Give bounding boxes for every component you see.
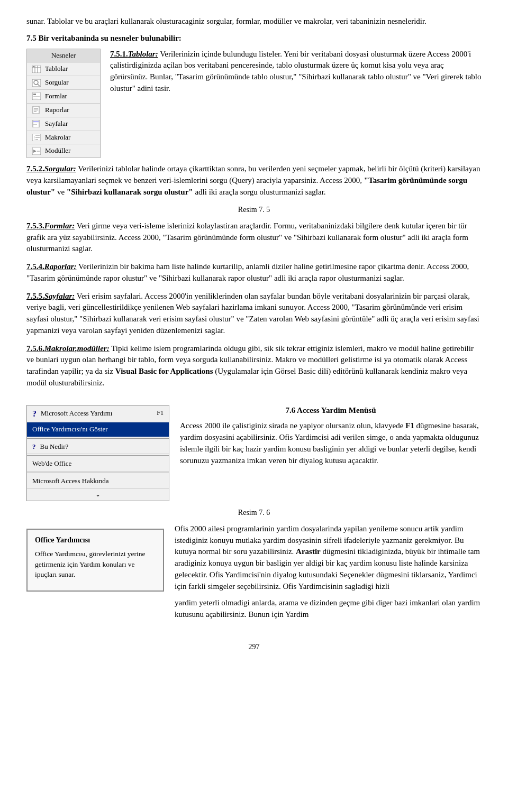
sidebar-item-tablolar[interactable]: Tablolar (27, 62, 100, 76)
subsection-752-content: Verilerinizi tablolar halinde ortaya çik… (26, 164, 480, 196)
help-menu-separator-2 (27, 455, 169, 456)
help-menu-item-about[interactable]: Microsoft Access Hakkında (27, 474, 169, 489)
help-item-label-5: Microsoft Access Hakkında (32, 476, 108, 486)
help-item-label-3: Bu Nedir? (40, 442, 69, 452)
sidebar-item-moduller[interactable]: Modüller (27, 144, 100, 158)
sidebar-makrolar-label: Makrolar (45, 133, 70, 143)
page-number: 297 (26, 642, 482, 652)
subsection-755-label: 7.5.5.Sayfalar: (26, 292, 75, 300)
svg-rect-18 (33, 123, 39, 123)
subsection-751-text: 7.5.1.Tablolar: Verilerinizin içinde bul… (110, 49, 482, 95)
section-76-text1: Access 2000 ile çalistiginiz sirada ne y… (180, 421, 405, 430)
bottom-para1: Ofis 2000 ailesi programlarinin yardim d… (175, 523, 482, 593)
sidebar-item-makrolar[interactable]: ! Makrolar (27, 131, 100, 145)
bottom-para2: yardim yeterli olmadigi anlarda, arama v… (175, 597, 482, 621)
subsection-756-text: 7.5.6.Makrolar,modüller: Tipki kelime is… (26, 343, 482, 389)
subsection-752-text: 7.5.2.Sorgular: Verilerinizi tablolar ha… (26, 163, 482, 198)
subsection-755: 7.5.5.Sayfalar: Veri erisim sayfalari. A… (26, 291, 482, 337)
section-76-bold-f1: F1 (405, 421, 414, 430)
section-76-para1: Access 2000 ile çalistiginiz sirada ne y… (180, 420, 482, 466)
bottom-right: Ofis 2000 ailesi programlarinin yardim d… (175, 523, 482, 626)
section-75-title: 7.5 Bir veritabaninda su nesneler buluna… (26, 33, 482, 44)
bottom-left: Office Yardımcısı Office Yardımcısı, gör… (26, 523, 164, 626)
bottom-bold-arastir: Arastir (296, 547, 321, 556)
sidebar-sayfalar-label: Sayfalar (45, 119, 68, 129)
question-icon-1: ? (32, 408, 37, 420)
subsection-751-content: Verilerinizin içinde bulundugu listeler.… (110, 50, 482, 93)
opening-paragraph: sunar. Tablolar ve bu araçlari kullanara… (26, 16, 482, 27)
section-76-title: 7.6 Access Yardim Menüsü (180, 405, 482, 417)
subsection-755-content: Veri erisim sayfalari. Access 2000'in ye… (26, 292, 479, 335)
subsection-754-content: Verilerinizin bir bakima ham liste halin… (26, 262, 469, 282)
nesneler-box: Nesneler Tablolar Sorgular (26, 49, 101, 159)
svg-rect-4 (33, 66, 34, 67)
subsection-754-label: 7.5.4.Raporlar: (26, 262, 77, 271)
subsection-756-label: 7.5.6.Makrolar,modüller: (26, 344, 110, 353)
section-75-text: 7.5.1.Tablolar: Verilerinizin içinde bul… (110, 49, 482, 159)
help-item-label-2: Office Yardımcısı'nı Göster (32, 425, 108, 435)
query-icon (31, 79, 42, 87)
sidebar-item-formlar[interactable]: Formlar (27, 90, 100, 104)
svg-text:!: ! (33, 135, 35, 141)
table-icon (31, 65, 42, 73)
question-icon-2: ? (32, 442, 36, 452)
subsection-753-label: 7.5.3.Formlar: (26, 222, 75, 230)
help-menu-box: ? Microsoft Access Yardımı F1 Office Yar… (26, 405, 169, 501)
subsection-753: 7.5.3.Formlar: Veri girme veya veri-isle… (26, 220, 482, 255)
section-76-text-col: 7.6 Access Yardim Menüsü Access 2000 ile… (180, 405, 482, 472)
main-content: sunar. Tablolar ve bu araçlari kullanara… (26, 16, 482, 652)
subsection-752-label: 7.5.2.Sorgular: (26, 164, 76, 173)
sidebar-sorgular-label: Sorgular (45, 78, 69, 88)
subsection-752: 7.5.2.Sorgular: Verilerinizi tablolar ha… (26, 163, 482, 198)
help-menu-item-show-assistant[interactable]: Office Yardımcısı'nı Göster (27, 422, 169, 437)
subsection-754-text: 7.5.4.Raporlar: Verilerinizin bir bakima… (26, 261, 482, 284)
section-75-layout: Nesneler Tablolar Sorgular (26, 49, 482, 159)
sidebar-moduller-label: Modüller (45, 146, 70, 156)
sidebar-item-sayfalar[interactable]: Sayfalar (27, 117, 100, 131)
resim-76-caption: Resim 7. 6 (26, 508, 482, 518)
help-menu-item-access[interactable]: ? Microsoft Access Yardımı F1 (27, 405, 169, 422)
subsection-754: 7.5.4.Raporlar: Verilerinizin bir bakima… (26, 261, 482, 284)
help-menu-container: ? Microsoft Access Yardımı F1 Office Yar… (26, 405, 482, 501)
office-assistant-text: Office Yardımcısı, görevlerinizi yerine … (35, 549, 156, 580)
subsection-753-content: Veri girme veya veri-isleme islerinizi k… (26, 222, 468, 253)
page-icon (31, 119, 42, 128)
help-menu-separator-1 (27, 438, 169, 439)
office-assistant-title: Office Yardımcısı (35, 535, 156, 546)
subsection-751: 7.5.1.Tablolar: Verilerinizin içinde bul… (110, 49, 482, 95)
bottom-section: Office Yardımcısı Office Yardımcısı, gör… (26, 523, 482, 626)
help-menu-item-web[interactable]: Web'de Office (27, 457, 169, 472)
svg-rect-9 (33, 94, 36, 95)
office-assistant-box: Office Yardımcısı Office Yardımcısı, gör… (26, 529, 164, 592)
svg-rect-11 (33, 98, 38, 98)
sidebar-tablolar-label: Tablolar (45, 64, 68, 74)
resim-75-caption: Resim 7. 5 (26, 205, 482, 215)
report-icon (31, 106, 42, 114)
help-menu-separator-3 (27, 473, 169, 473)
help-menu-chevron: ⌄ (27, 489, 169, 500)
svg-rect-17 (33, 121, 39, 122)
nesneler-header: Nesneler (27, 49, 100, 63)
help-item-label-4: Web'de Office (32, 459, 71, 469)
help-menu-item-whats-this[interactable]: ? Bu Nedir? (27, 440, 169, 455)
module-icon (31, 147, 42, 155)
subsection-751-label: 7.5.1.Tablolar: (110, 50, 158, 58)
svg-rect-10 (33, 96, 40, 97)
help-menu-image: ? Microsoft Access Yardımı F1 Office Yar… (26, 405, 169, 501)
sidebar-formlar-label: Formlar (45, 91, 67, 102)
section-76: ? Microsoft Access Yardımı F1 Office Yar… (26, 405, 482, 626)
sidebar-item-sorgular[interactable]: Sorgular (27, 76, 100, 90)
subsection-755-text: 7.5.5.Sayfalar: Veri erisim sayfalari. A… (26, 291, 482, 337)
help-shortcut-f1: F1 (157, 409, 164, 418)
svg-rect-19 (33, 124, 37, 125)
macro-icon: ! (31, 133, 42, 142)
help-item-label-1: Microsoft Access Yardımı (41, 409, 112, 419)
form-icon (31, 92, 42, 100)
sidebar-image: Nesneler Tablolar Sorgular (26, 49, 101, 159)
sidebar-raporlar-label: Raporlar (45, 105, 69, 115)
subsection-753-text: 7.5.3.Formlar: Veri girme veya veri-isle… (26, 220, 482, 255)
subsection-756: 7.5.6.Makrolar,modüller: Tipki kelime is… (26, 343, 482, 389)
sidebar-item-raporlar[interactable]: Raporlar (27, 104, 100, 117)
